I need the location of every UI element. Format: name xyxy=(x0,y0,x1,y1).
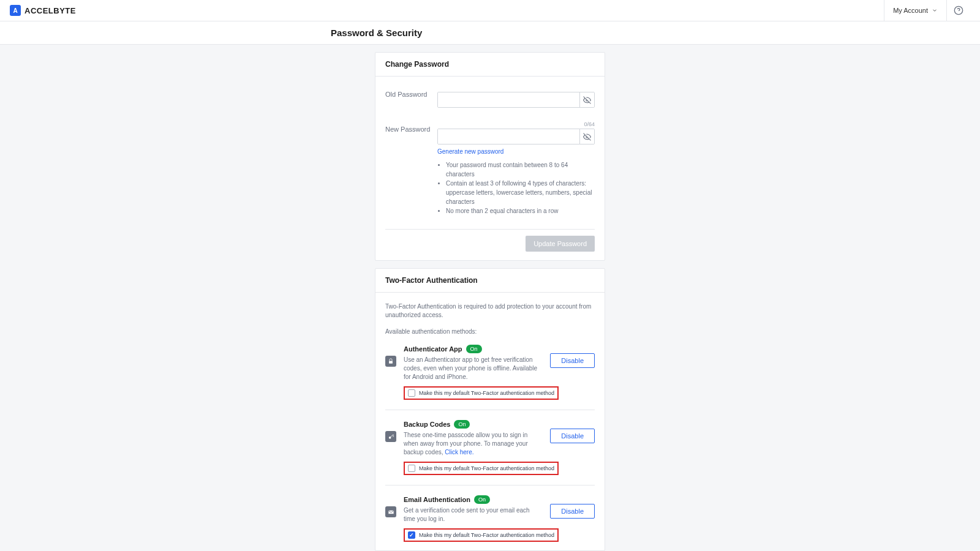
page-header: Password & Security xyxy=(0,21,980,45)
password-rule: Contain at least 3 of following 4 types … xyxy=(446,179,595,206)
default-checkbox-row-email[interactable]: Make this my default Two-Factor authenti… xyxy=(404,528,559,542)
account-dropdown[interactable]: My Account xyxy=(884,0,947,21)
manage-backup-codes-link[interactable]: Click here. xyxy=(445,449,473,455)
new-password-group xyxy=(437,129,595,144)
default-checkbox-backup[interactable] xyxy=(408,465,415,472)
default-checkbox-label: Make this my default Two-Factor authenti… xyxy=(419,465,554,471)
new-password-counter: 0/64 xyxy=(437,121,595,127)
default-checkbox-label: Make this my default Two-Factor authenti… xyxy=(419,532,554,538)
new-password-row: New Password 0/64 Generate new password xyxy=(385,121,595,216)
default-checkbox-authenticator[interactable] xyxy=(408,389,415,397)
old-password-group xyxy=(437,92,595,108)
change-password-title: Change Password xyxy=(385,60,595,69)
tfa-method-title: Backup Codes xyxy=(404,421,450,428)
main-content: Change Password Old Password xyxy=(0,45,980,551)
tfa-method-title: Email Authentication xyxy=(404,496,470,503)
help-icon xyxy=(954,6,963,15)
account-dropdown-label: My Account xyxy=(893,7,928,14)
card-header: Change Password xyxy=(375,53,605,77)
svg-rect-4 xyxy=(389,361,393,364)
brand[interactable]: A ACCELBYTE xyxy=(10,5,76,16)
tfa-title: Two-Factor Authentication xyxy=(385,276,595,285)
chevron-down-icon xyxy=(932,7,938,13)
card-header: Two-Factor Authentication xyxy=(375,269,605,293)
topbar-right: My Account xyxy=(884,0,970,21)
default-checkbox-email[interactable] xyxy=(408,531,415,539)
brand-logo-icon: A xyxy=(10,5,21,16)
status-badge-on: On xyxy=(454,420,470,429)
new-password-visibility-toggle[interactable] xyxy=(579,129,594,144)
password-rule: Your password must contain between 8 to … xyxy=(446,160,595,179)
password-rules: Your password must contain between 8 to … xyxy=(437,160,595,216)
tfa-description: Two-Factor Authentication is required to… xyxy=(385,302,595,320)
key-icon xyxy=(385,431,396,442)
password-rule: No more than 2 equal characters in a row xyxy=(446,206,595,216)
disable-backup-codes-button[interactable]: Disable xyxy=(550,429,595,443)
generate-password-link[interactable]: Generate new password xyxy=(437,148,503,155)
new-password-label: New Password xyxy=(385,121,437,133)
change-password-card: Change Password Old Password xyxy=(375,52,605,261)
disable-email-button[interactable]: Disable xyxy=(550,504,595,519)
eye-off-icon xyxy=(583,96,591,104)
status-badge-on: On xyxy=(466,345,482,353)
mail-icon xyxy=(385,506,396,517)
default-checkbox-label: Make this my default Two-Factor authenti… xyxy=(419,390,554,396)
eye-off-icon xyxy=(583,133,591,141)
topbar: A ACCELBYTE My Account xyxy=(0,0,980,21)
page-title: Password & Security xyxy=(331,28,980,38)
old-password-visibility-toggle[interactable] xyxy=(579,92,594,107)
default-checkbox-row-authenticator[interactable]: Make this my default Two-Factor authenti… xyxy=(404,386,559,400)
old-password-row: Old Password xyxy=(385,86,595,108)
tfa-method-title: Authenticator App xyxy=(404,345,462,353)
default-checkbox-row-backup[interactable]: Make this my default Two-Factor authenti… xyxy=(404,462,559,475)
brand-text: ACCELBYTE xyxy=(24,6,76,15)
tfa-available-label: Available authentication methods: xyxy=(385,328,595,335)
tfa-method-authenticator: Authenticator App On Use an Authenticato… xyxy=(385,345,595,410)
new-password-input[interactable] xyxy=(438,129,579,144)
disable-authenticator-button[interactable]: Disable xyxy=(550,353,595,368)
lock-icon xyxy=(385,356,396,367)
help-button[interactable] xyxy=(947,0,970,21)
tfa-method-email: Email Authentication On Get a verificati… xyxy=(385,495,595,542)
old-password-input[interactable] xyxy=(438,92,579,107)
status-badge-on: On xyxy=(474,495,490,504)
tfa-method-backup-codes: Backup Codes On These one-time passcode … xyxy=(385,420,595,485)
tfa-card: Two-Factor Authentication Two-Factor Aut… xyxy=(375,268,605,551)
old-password-label: Old Password xyxy=(385,86,437,98)
update-password-button[interactable]: Update Password xyxy=(526,236,595,252)
